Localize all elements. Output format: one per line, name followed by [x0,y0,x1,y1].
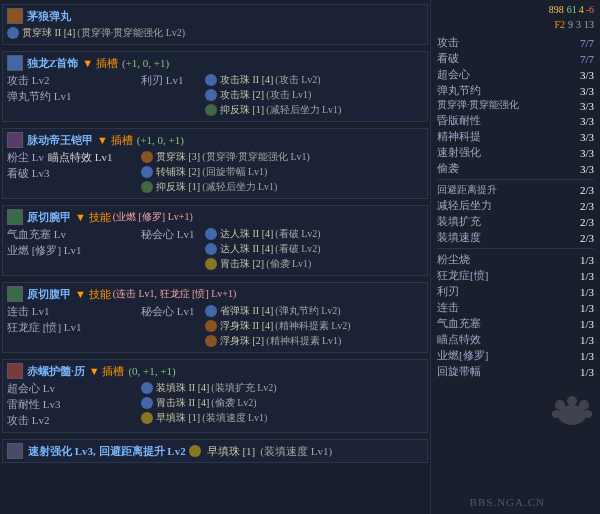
svg-point-5 [584,410,592,418]
atk-minus: -6 [586,4,594,15]
svg-point-2 [567,396,577,406]
equip-7-icon [7,443,23,459]
equip-2-icon [7,55,23,71]
equip-4-skill-tag: (业燃 [修罗] Lv+1) [113,210,193,224]
bear-paw-icon [550,387,594,431]
atk-mid: 4 [579,4,584,15]
top-stat-bar2: F2 9 3 13 [437,19,594,30]
equipment-list: 茅狼弹丸 贯穿球 II [4] (贯穿弹·贯穿能强化 Lv2) 独龙Z首饰 ▼ … [0,0,430,514]
equip-5-tag: ▼ 技能 [75,287,111,302]
equip-1-icon [7,8,23,24]
n3: 13 [584,19,594,30]
svg-point-4 [552,410,560,418]
equip-6-gems: 装填珠 II [4] (装填扩充 Lv2) 胃击珠 II [4] (偷袭 Lv2… [141,381,423,429]
equip-2-name: 独龙Z首饰 [27,56,78,71]
gem-icon [205,258,217,270]
gem-icon [205,74,217,86]
gem-icon [141,382,153,394]
equip-6-name: 赤螺护髓·历 [27,364,85,379]
equip-5-skill-tag: (连击 Lv1, 狂龙症 [愤] Lv+1) [113,287,237,301]
gem-icon [205,104,217,116]
hp-val: 898 [549,4,564,15]
gem-icon [141,166,153,178]
equip-1: 茅狼弹丸 贯穿球 II [4] (贯穿弹·贯穿能强化 Lv2) [2,4,428,45]
atk-plus: 61 [567,4,577,15]
n2: 3 [576,19,581,30]
equip-6-left: 超会心 Lv 雷耐性 Lv3 攻击 Lv2 [7,381,137,429]
equip-4: 原切腕甲 ▼ 技能 (业燃 [修罗] Lv+1) 气血充塞 Lv 业燃 [修罗]… [2,205,428,276]
equip-3-icon [7,132,23,148]
equip-6-bonus: (0, +1, +1) [128,365,175,377]
equip-2-bonus: (+1, 0, +1) [122,57,169,69]
equip-5-icon [7,286,23,302]
svg-point-1 [555,400,565,410]
skill-stats: 攻击7/7 看破7/7 超会心3/3 弹丸节约3/3 贯穿弹·贯穿能强化3/3 … [437,35,594,379]
gem-icon [7,27,19,39]
equip-7: 速射强化 Lv3, 回避距离提升 Lv2 早填珠 [1] (装填速度 Lv1) [2,439,428,463]
equip-3: 脉动帝王铠甲 ▼ 插槽 (+1, 0, +1) 粉尘 Lv瞄点特效 Lv1 看破… [2,128,428,199]
equip-5: 原切腹甲 ▼ 技能 (连击 Lv1, 狂龙症 [愤] Lv+1) 连击 Lv1 … [2,282,428,353]
gem-icon [189,445,201,457]
n1: 9 [568,19,573,30]
equip-3-tag: ▼ 插槽 [97,133,133,148]
equip-3-name: 脉动帝王铠甲 [27,133,93,148]
gem-icon [205,305,217,317]
gem-icon [141,412,153,424]
equip-4-gems: 达人珠 II [4] (看破 Lv2) 达人珠 II [4] (看破 Lv2) … [205,227,423,272]
top-stat-bar: 898 61 4 -6 [437,4,594,15]
gem-text: 贯穿球 II [4] [22,26,75,40]
equip-2: 独龙Z首饰 ▼ 插槽 (+1, 0, +1) 攻击 Lv2 弹丸节约 Lv1 利… [2,51,428,122]
equip-4-tag: ▼ 技能 [75,210,111,225]
logo-area [437,387,594,433]
gem-icon [205,320,217,332]
gem-icon [141,151,153,163]
equip-1-name: 茅狼弹丸 [27,9,71,24]
equip-4-icon [7,209,23,225]
f-val: F2 [554,19,565,30]
equip-6: 赤螺护髓·历 ▼ 插槽 (0, +1, +1) 超会心 Lv 雷耐性 Lv3 攻… [2,359,428,433]
equip-2-gems: 攻击珠 II [4] (攻击 Lv2) 攻击珠 [2] (攻击 Lv1) 抑反珠… [205,73,423,118]
equip-4-name: 原切腕甲 [27,210,71,225]
gem-icon [205,335,217,347]
equip-3-left: 粉尘 Lv瞄点特效 Lv1 看破 Lv3 [7,150,137,195]
gem-icon [141,181,153,193]
equip-6-icon [7,363,23,379]
gem-desc: (贯穿弹·贯穿能强化 Lv2) [77,26,185,40]
watermark: BBS.NGA.CN [470,496,545,508]
svg-point-3 [579,400,589,410]
equip-7-name: 速射强化 Lv3, 回避距离提升 Lv2 [28,444,186,459]
equip-1-gem-1: 贯穿球 II [4] (贯穿弹·贯穿能强化 Lv2) [7,26,423,40]
equip-4-left: 气血充塞 Lv 业燃 [修罗] Lv1 [7,227,137,272]
gem-icon [205,228,217,240]
equip-2-left: 攻击 Lv2 弹丸节约 Lv1 [7,73,137,118]
equip-5-left: 连击 Lv1 狂龙症 [愤] Lv1 [7,304,137,349]
equip-3-bonus: (+1, 0, +1) [137,134,184,146]
skills-panel: 898 61 4 -6 F2 9 3 13 攻击7/7 看破7/7 超会心3/3… [430,0,600,514]
gem-icon [141,397,153,409]
gem-icon [205,243,217,255]
equip-5-gems: 省弹珠 II [4] (弹丸节约 Lv2) 浮身珠 II [4] (精神科提素 … [205,304,423,349]
equip-2-tag: ▼ 插槽 [82,56,118,71]
equip-7-gem: 早填珠 [1] [207,444,256,459]
equip-6-tag: ▼ 插槽 [89,364,125,379]
gem-icon [205,89,217,101]
equip-5-name: 原切腹甲 [27,287,71,302]
equip-3-gems: 贯穿珠 [3] (贯穿弹·贯穿能强化 Lv1) 转铺珠 [2] (回旋带幅 Lv… [141,150,423,195]
